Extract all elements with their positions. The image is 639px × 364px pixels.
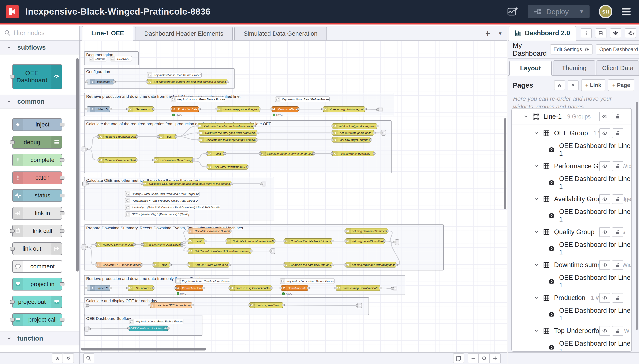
input-port[interactable]: [97, 136, 100, 138]
flow-node-comment[interactable]: Key Instructions: Read Before Proceeding: [275, 96, 330, 102]
output-port[interactable]: [253, 125, 256, 127]
output-port[interactable]: [256, 132, 259, 134]
flow-node-subflow[interactable]: OEE Dashboard for Line 1: [129, 326, 168, 331]
flow-node-comment[interactable]: Key Instructions: Read Before Proceeding: [175, 278, 230, 284]
flow-node-change[interactable]: store in msg.DowntimeData: [336, 285, 380, 291]
link-node-linkout[interactable]: [381, 130, 386, 136]
open-dashboard-button[interactable]: Open Dashboard: [596, 44, 639, 54]
tab-dashboard-2[interactable]: Dashboard 2.0: [509, 26, 576, 40]
unlock-icon[interactable]: [612, 227, 623, 237]
zoom-reset-button[interactable]: [479, 354, 490, 363]
output-port[interactable]: [379, 287, 382, 289]
output-port[interactable]: [331, 264, 334, 266]
flow-node-split[interactable]: split: [207, 151, 224, 156]
flow-node-sort[interactable]: Sort data from most recent to oldest: [226, 238, 275, 244]
flow-node-change[interactable]: Set params: [128, 106, 154, 112]
flow-group[interactable]: Retrieve production and downtime data fr…: [84, 93, 394, 116]
collapse-all-button[interactable]: [52, 354, 63, 363]
input-port[interactable]: [380, 132, 383, 134]
unlock-icon[interactable]: [612, 161, 623, 171]
output-port[interactable]: [60, 176, 65, 180]
flow-node-split[interactable]: split: [158, 134, 176, 139]
output-port[interactable]: [60, 229, 65, 233]
input-port[interactable]: [260, 183, 263, 185]
input-port[interactable]: [157, 136, 160, 138]
flow-node-change[interactable]: set flow.total_downtime: [332, 151, 374, 156]
output-port[interactable]: [369, 139, 372, 141]
output-port[interactable]: [282, 304, 285, 306]
tree-group-row[interactable]: Performance Group1 Widgets: [512, 158, 631, 174]
collapse-tree-button[interactable]: [554, 80, 565, 90]
debug-bug-icon[interactable]: [610, 28, 621, 38]
input-port[interactable]: [85, 287, 88, 289]
output-port[interactable]: [373, 132, 376, 134]
tree-widget-row[interactable]: OEE Dashboard for Line 1: [512, 142, 631, 158]
flow-node-split[interactable]: split: [153, 262, 170, 268]
palette-node-debug[interactable]: debug: [12, 136, 62, 149]
output-port[interactable]: [307, 287, 309, 289]
output-port[interactable]: [223, 152, 226, 155]
palette-node-complete[interactable]: complete: [12, 154, 62, 166]
flow-node-sort[interactable]: Sort OEE from worst to best: [188, 262, 229, 268]
output-port[interactable]: [85, 148, 88, 150]
input-port[interactable]: [344, 264, 347, 266]
flow-node-comment[interactable]: README: [110, 56, 132, 62]
output-port[interactable]: [88, 328, 91, 330]
output-port[interactable]: [135, 136, 138, 138]
palette-node-project-out[interactable]: project out: [12, 296, 62, 308]
input-port[interactable]: [270, 108, 273, 110]
flow-node-inject[interactable]: inject ↻: [87, 106, 110, 112]
output-port[interactable]: [60, 194, 65, 198]
sidebar-tab-Client-Data[interactable]: Client Data: [596, 60, 639, 75]
link-node-linkout[interactable]: [357, 303, 362, 308]
output-port[interactable]: [133, 244, 136, 246]
zoom-in-button[interactable]: [490, 354, 501, 363]
input-port[interactable]: [331, 125, 334, 127]
info-tab-icon[interactable]: [581, 28, 592, 38]
tree-widget-row[interactable]: OEE Dashboard for Line 1: [512, 306, 631, 322]
palette-filter-input[interactable]: [14, 29, 71, 36]
flow-node-switch[interactable]: Is Downtime Data Empty?: [154, 157, 194, 163]
tree-widget-row[interactable]: OEE Dashboard for Line 1: [512, 207, 631, 224]
input-port[interactable]: [10, 300, 15, 304]
input-port[interactable]: [279, 287, 282, 289]
output-port[interactable]: [198, 108, 201, 110]
palette-node-link-in[interactable]: link in: [12, 207, 62, 220]
input-port[interactable]: [141, 183, 144, 185]
edit-settings-button[interactable]: Edit Settings: [550, 44, 592, 54]
input-port[interactable]: [85, 81, 88, 83]
input-port[interactable]: [126, 108, 129, 110]
palette-node-project-call[interactable]: project call: [12, 313, 62, 326]
palette-node-OEE-Dashboard[interactable]: OEEDashboard: [12, 64, 62, 89]
palette-section-function[interactable]: function: [0, 332, 80, 346]
flow-node-change[interactable]: Calculate OEE and other metrics, then st…: [143, 181, 231, 186]
visibility-eye-icon[interactable]: [599, 161, 610, 171]
flow-node-db[interactable]: ProductionData: [171, 106, 199, 112]
tree-widget-row[interactable]: OEE Dashboard for Line 1: [512, 240, 631, 257]
link-node-linkin[interactable]: [82, 146, 86, 152]
unlock-icon[interactable]: [612, 194, 623, 204]
input-port[interactable]: [331, 132, 334, 134]
palette-section-subflows[interactable]: subflows: [0, 40, 80, 54]
link-node-linkin[interactable]: [82, 181, 87, 186]
input-port[interactable]: [215, 108, 218, 110]
flow-group[interactable]: Calculate and display OEE for each day.: [84, 297, 369, 315]
palette-scrollbar[interactable]: [76, 58, 79, 272]
deploy-button[interactable]: Deploy ▼: [528, 5, 589, 18]
flow-node-change[interactable]: store in msg.ProductionData: [229, 285, 271, 291]
link-node-linkin[interactable]: [85, 326, 89, 332]
link-node-linkout[interactable]: [270, 248, 275, 254]
flow-node-db[interactable]: DowntimeData: [271, 106, 298, 112]
input-port[interactable]: [344, 230, 347, 232]
flow-node-change[interactable]: Retrieve Downtime Data: [96, 242, 134, 247]
help-book-icon[interactable]: [595, 28, 606, 38]
input-port[interactable]: [146, 81, 148, 83]
tree-group-row[interactable]: OEE Group1 Widgets: [512, 125, 631, 142]
flow-node-change[interactable]: Set and store the current line and shift…: [147, 79, 227, 84]
input-port[interactable]: [269, 250, 272, 252]
input-port[interactable]: [10, 140, 15, 144]
flow-node-switch[interactable]: Is Downtime Data Empty?: [143, 242, 182, 247]
input-port[interactable]: [10, 318, 15, 322]
flow-node-comment[interactable]: Key Instructions: Read Before Proceeding: [147, 72, 202, 78]
flow-node-change[interactable]: set flow.target_output: [332, 137, 371, 142]
